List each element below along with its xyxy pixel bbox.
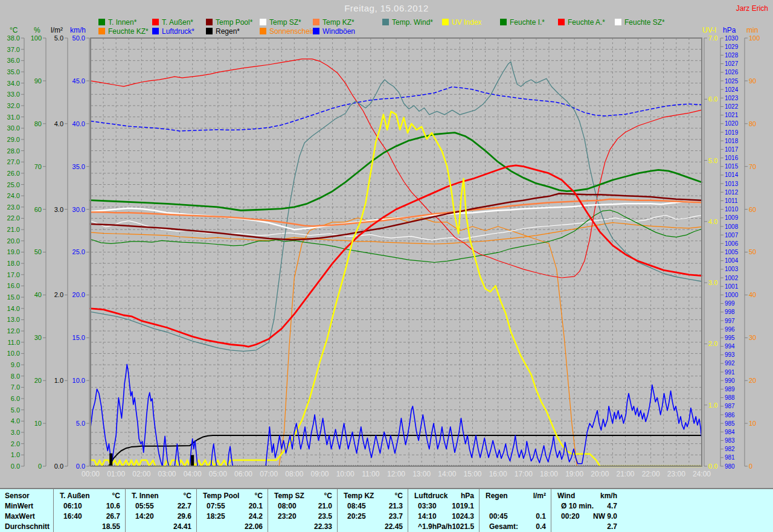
cell-time: 08:00 xyxy=(274,501,297,511)
axis-tick-label-temp: 34.0 xyxy=(7,80,20,87)
axis-tick-label-hpa: 1027 xyxy=(725,60,739,67)
time-label: 09:00 xyxy=(310,470,329,478)
axis-tick-label-hpa: 1015 xyxy=(725,163,739,170)
axis-tick-label-hpa: 995 xyxy=(725,335,735,341)
axis-tick-label-hpa: 998 xyxy=(725,309,735,315)
cell-time: Ø 10 min. xyxy=(557,501,594,511)
axis-tick-label-temp: 33.0 xyxy=(7,91,20,98)
time-axis: 00:0001:0002:0003:0004:0005:0006:0007:00… xyxy=(82,470,711,478)
table-cell-hdr: Regenl/m² xyxy=(480,491,551,501)
table-cell-avg: 22.33 xyxy=(268,522,337,532)
axis-tick-label-kmh: 10.0 xyxy=(72,377,85,384)
cell-value: 20.1 xyxy=(249,501,263,511)
axis-tick-label-hpa: 1021 xyxy=(725,112,739,118)
axis-tick-label-temp: 2.0 xyxy=(11,440,20,447)
axis-title-hpa: hPa xyxy=(723,26,736,34)
cell-value: 1024.3 xyxy=(452,511,474,522)
axis-tick-label-hpa: 1011 xyxy=(725,197,738,204)
legend-label: Feuchte A.* xyxy=(568,18,605,27)
axis-tick-label-pct: 0 xyxy=(38,463,42,470)
axis-tick-label-temp: 5.0 xyxy=(11,406,20,414)
axis-tick-label-temp: 21.0 xyxy=(7,226,20,233)
legend-swatch xyxy=(313,28,319,34)
axis-title-lm2: l/m² xyxy=(51,26,63,34)
cell-time: Regen xyxy=(486,491,508,501)
axis-title-pct: % xyxy=(34,26,40,34)
axis-tick-label-hpa: 1024 xyxy=(725,86,739,93)
axis-tick-label-pct: 10 xyxy=(34,420,42,427)
axis-tick-label-uv: 6.0 xyxy=(708,95,717,103)
axis-tick-label-hpa: 982 xyxy=(725,446,735,452)
time-label: 17:00 xyxy=(515,470,533,478)
axis-tick-label-temp: 20.0 xyxy=(7,237,20,245)
cell-value: °C xyxy=(184,491,191,501)
axis-tick-label-temp: 29.0 xyxy=(7,136,20,143)
axis-tick-label-temp: 12.0 xyxy=(7,327,20,335)
cell-value: 22.33 xyxy=(314,522,332,532)
axis-tick-label-temp: 1.0 xyxy=(11,451,20,458)
time-label: 22:00 xyxy=(642,470,660,478)
cell-time xyxy=(60,522,63,532)
table-col-temp-pool: Temp Pool°C07:5520.118:2524.222.06 xyxy=(196,489,268,532)
time-label: 02:00 xyxy=(132,470,150,478)
legend-item-uv-index: UV Index xyxy=(442,18,481,26)
legend-label: Windböen xyxy=(322,27,355,36)
time-label: 00:00 xyxy=(82,470,100,478)
time-label: 04:00 xyxy=(184,470,202,478)
axis-tick-label-min: 100 xyxy=(749,34,760,42)
axis-tick-label-uv: 4.0 xyxy=(708,218,717,225)
cell-value: °C xyxy=(255,491,263,501)
time-label: 21:00 xyxy=(616,470,634,478)
rain-bar xyxy=(191,455,194,466)
cell-time: 00:20 xyxy=(557,511,580,522)
axis-tick-label-lm2: 0.0 xyxy=(54,463,63,470)
table-col-regen: Regenl/m²00:450.1Gesamt:0.4 xyxy=(479,489,551,532)
axis-tick-label-temp: 3.0 xyxy=(11,429,20,436)
legend-item-t-au-en-: T. Außen* xyxy=(152,18,193,26)
axis-tick-label-hpa: 1008 xyxy=(725,223,739,230)
axis-tick-label-temp: 17.0 xyxy=(7,271,20,278)
time-label: 01:00 xyxy=(107,470,125,478)
table-cell-max: 14:101024.3 xyxy=(408,511,479,522)
axis-tick-label-temp: 22.0 xyxy=(7,214,20,222)
axis-tick-label-kmh: 0.0 xyxy=(76,463,85,470)
table-cell-min xyxy=(480,501,551,511)
axis-tick-label-lm2: 5.0 xyxy=(54,34,63,42)
legend-swatch xyxy=(260,28,266,34)
legend-label: Feuchte SZ* xyxy=(624,18,665,27)
table-cell-max: 00:20NW 9.0 xyxy=(551,511,622,522)
axis-tick-label-pct: 50 xyxy=(34,248,42,255)
table-cell-hdr: Temp KZ°C xyxy=(338,491,408,501)
axis-tick-label-lm2: 3.0 xyxy=(54,206,63,213)
time-label: 03:00 xyxy=(158,470,176,478)
cell-time: Luftdruck xyxy=(414,491,447,501)
legend-item-sonnenschein: Sonnenschein xyxy=(260,27,315,35)
legend-item-temp-sz-: Temp SZ* xyxy=(260,18,301,26)
cell-value: 24.41 xyxy=(173,522,191,532)
cell-value: 23.7 xyxy=(389,511,403,522)
axis-tick-label-min: 70 xyxy=(749,163,756,170)
axis-tick-label-hpa: 1013 xyxy=(725,181,739,187)
time-label: 08:00 xyxy=(285,470,303,478)
axis-tick-label-hpa: 1022 xyxy=(725,103,739,110)
cell-value: 0.1 xyxy=(536,511,546,522)
axis-tick-label-lm2: 1.0 xyxy=(54,377,63,384)
axis-tick-label-uv: 3.0 xyxy=(708,279,717,286)
axis-tick-label-uv: 7.0 xyxy=(708,34,717,42)
cell-value: 18.55 xyxy=(102,522,120,532)
cell-value: 10.6 xyxy=(106,501,120,511)
table-cell-hdr: Temp SZ°C xyxy=(268,491,337,501)
cell-time: Gesamt: xyxy=(486,522,518,532)
table-col-t-innen: T. Innen°C05:5522.714:2029.624.41 xyxy=(125,489,196,532)
legend-label: T. Außen* xyxy=(162,18,193,27)
axis-tick-label-pct: 20 xyxy=(34,377,42,384)
series-temp_wind xyxy=(91,62,702,351)
table-cell-avg: 24.41 xyxy=(126,522,196,532)
cell-time xyxy=(344,522,347,532)
axis-tick-label-uv: 0.0 xyxy=(708,463,717,470)
axis-tick-label-temp: 26.0 xyxy=(7,170,20,177)
axis-tick-label-kmh: 35.0 xyxy=(72,163,85,170)
legend-swatch xyxy=(98,19,105,25)
axis-tick-label-min: 60 xyxy=(749,206,756,213)
axis-title-min: min xyxy=(746,26,758,34)
